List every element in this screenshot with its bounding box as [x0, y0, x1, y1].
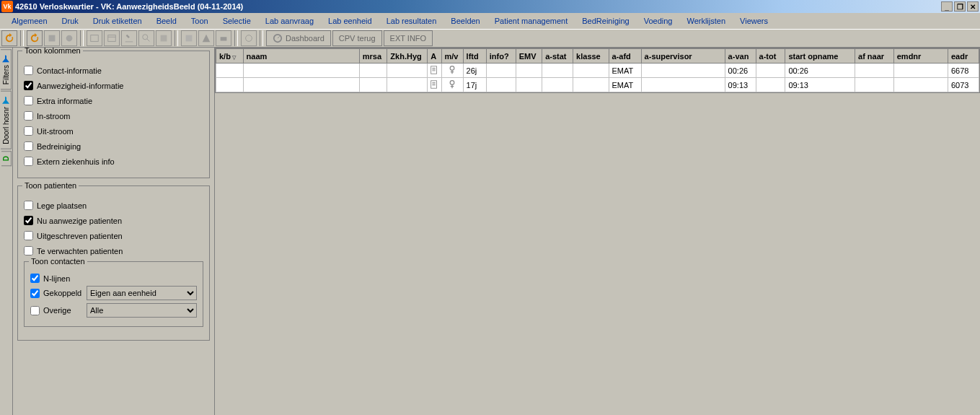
group-title: Toon contacten	[29, 257, 87, 266]
menu-werklijsten[interactable]: Werklijsten	[681, 15, 731, 27]
tool-icon-11[interactable]	[216, 30, 231, 46]
col-astat[interactable]: a-stat	[542, 49, 573, 64]
chk-extern-ziekenhuis[interactable]: Extern ziekenhuis info	[24, 157, 203, 166]
chk-contact-input[interactable]	[24, 66, 33, 75]
dashboard-button[interactable]: Dashboard	[266, 30, 331, 46]
minimize-button[interactable]: _	[941, 1, 953, 12]
col-kb[interactable]: k/b▽	[216, 49, 244, 64]
menu-lab-aanvraag[interactable]: Lab aanvraag	[260, 15, 319, 27]
col-atot[interactable]: a-tot	[756, 49, 785, 64]
col-asupervisor[interactable]: a-supervisor	[641, 49, 725, 64]
restore-button[interactable]: ❐	[954, 1, 966, 12]
funnel-icon	[1, 96, 10, 105]
close-button[interactable]: ✕	[967, 1, 979, 12]
tool-icon-2[interactable]	[44, 30, 60, 46]
col-A[interactable]: A	[428, 49, 441, 64]
menu-toon[interactable]: Toon	[185, 15, 214, 27]
microscope-icon[interactable]	[121, 30, 137, 46]
menu-lab-resultaten[interactable]: Lab resultaten	[381, 15, 443, 27]
menu-patient-management[interactable]: Patient management	[489, 15, 574, 27]
menu-bedreiniging[interactable]: BedReiniging	[576, 15, 635, 27]
cell-afnaar	[855, 78, 894, 92]
col-startopname[interactable]: start opname	[785, 49, 855, 64]
menu-druk-etiketten[interactable]: Druk etiketten	[87, 15, 148, 27]
menu-beeld[interactable]: Beeld	[151, 15, 182, 27]
refresh-icon[interactable]	[1, 30, 17, 46]
select-gekoppeld[interactable]: Eigen aan eenheid	[87, 286, 197, 300]
col-klasse[interactable]: klasse	[573, 49, 609, 64]
chk-bedreiniging[interactable]: Bedreiniging	[24, 141, 203, 151]
table-row[interactable]: 17jEMAT09:1309:136073	[216, 78, 979, 92]
cell-atot	[756, 64, 785, 78]
col-eadr[interactable]: eadr	[948, 49, 979, 64]
tool-icon-10[interactable]	[198, 30, 214, 46]
tool-icon-7[interactable]	[138, 30, 154, 46]
tool-icon-12[interactable]	[241, 30, 257, 46]
female-icon	[447, 65, 457, 75]
table-row[interactable]: 26jEMAT00:2600:266678	[216, 64, 979, 78]
tool-icon-4[interactable]	[87, 30, 102, 46]
cell-avan: 09:13	[725, 78, 756, 92]
tool-icon-5[interactable]	[104, 30, 120, 46]
chk-lege-plaatsen[interactable]: Lege plaatsen	[24, 201, 203, 210]
chk-extern-input[interactable]	[24, 157, 33, 166]
menu-lab-eenheid[interactable]: Lab eenheid	[322, 15, 378, 27]
chk-extra-informatie[interactable]: Extra informatie	[24, 96, 203, 105]
menu-selectie[interactable]: Selectie	[217, 15, 257, 27]
chk-teverwachten-input[interactable]	[24, 246, 33, 255]
menu-voeding[interactable]: Voeding	[638, 15, 679, 27]
chk-aanwezig-input[interactable]	[24, 81, 33, 90]
chk-extra-input[interactable]	[24, 96, 33, 105]
chk-nu-input[interactable]	[24, 216, 33, 225]
tool-icon-3[interactable]	[61, 30, 77, 46]
col-emdnr[interactable]: emdnr	[893, 49, 948, 64]
cell-A	[428, 64, 441, 78]
ext-info-button[interactable]: EXT INFO	[384, 30, 433, 46]
col-mv[interactable]: m/v	[441, 49, 463, 64]
chk-contact-informatie[interactable]: Contact-informatie	[24, 66, 203, 75]
select-overige[interactable]: Alle	[87, 303, 197, 318]
chk-uitstroom-input[interactable]	[24, 126, 33, 136]
data-grid[interactable]: k/b▽naammrsaZkh.HygAm/vlftdinfo?EMVa-sta…	[215, 48, 980, 93]
col-emv[interactable]: EMV	[516, 49, 542, 64]
cell-emv	[516, 64, 542, 78]
cell-emdnr	[893, 64, 948, 78]
chk-instroom-input[interactable]	[24, 111, 33, 121]
chk-nlijnen-input[interactable]	[30, 274, 40, 283]
tool-icon-8[interactable]	[156, 30, 172, 46]
group-title: Toon kolommen	[22, 48, 83, 55]
chk-aanwezigheid-informatie[interactable]: Aanwezigheid-informatie	[24, 81, 203, 90]
tool-icon-1[interactable]	[27, 30, 43, 46]
menu-beelden[interactable]: Beelden	[445, 15, 485, 27]
menu-viewers[interactable]: Viewers	[734, 15, 774, 27]
chk-bedrein-input[interactable]	[24, 141, 33, 151]
chk-gekoppeld-input[interactable]	[30, 289, 40, 298]
chk-uitgeschreven-input[interactable]	[24, 231, 33, 240]
vtab-d[interactable]: D	[1, 151, 12, 166]
chk-in-stroom[interactable]: In-stroom	[24, 111, 203, 121]
col-aafd[interactable]: a-afd	[609, 49, 641, 64]
col-info[interactable]: info?	[486, 49, 516, 64]
col-naam[interactable]: naam	[243, 49, 359, 64]
cell-mv	[441, 78, 463, 92]
col-avan[interactable]: a-van	[725, 49, 756, 64]
col-lftd[interactable]: lftd	[463, 49, 486, 64]
col-afnaar[interactable]: af naar	[855, 49, 894, 64]
chk-uitgeschreven[interactable]: Uitgeschreven patienten	[24, 231, 203, 240]
chk-overige-input[interactable]	[30, 306, 40, 315]
col-mrsa[interactable]: mrsa	[359, 49, 387, 64]
col-zkhhyg[interactable]: Zkh.Hyg	[387, 49, 428, 64]
tool-icon-9[interactable]	[181, 30, 197, 46]
svg-line-6	[147, 39, 150, 42]
menu-algemeen[interactable]: Algemeen	[6, 15, 53, 27]
chk-lege-input[interactable]	[24, 201, 33, 210]
menu-druk[interactable]: Druk	[56, 15, 84, 27]
chk-nu-aanwezige[interactable]: Nu aanwezige patienten	[24, 216, 203, 225]
chk-te-verwachten[interactable]: Te verwachten patienten	[24, 246, 203, 255]
cell-emv	[516, 78, 542, 92]
vtab-filters[interactable]: Filters	[1, 49, 12, 89]
chk-uit-stroom[interactable]: Uit-stroom	[24, 126, 203, 136]
cpv-terug-button[interactable]: CPV terug	[332, 30, 382, 46]
chk-n-lijnen[interactable]: N-lijnen	[30, 274, 197, 283]
vtab-doorl[interactable]: Doorl hosnr	[1, 91, 12, 149]
